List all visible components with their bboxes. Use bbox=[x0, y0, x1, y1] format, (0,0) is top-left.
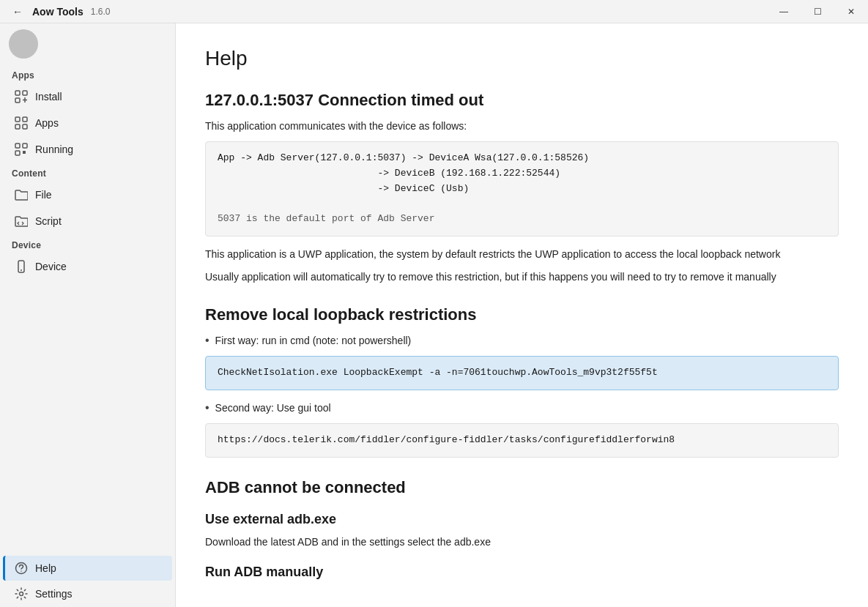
device-label: Device bbox=[35, 261, 67, 272]
question-icon bbox=[15, 562, 28, 575]
install-label: Install bbox=[35, 91, 62, 103]
svg-rect-7 bbox=[15, 124, 20, 129]
grid-icon bbox=[15, 116, 28, 130]
folder-icon bbox=[15, 188, 28, 201]
section4-title: Use external adb.exe bbox=[205, 512, 839, 527]
grid-plus-icon bbox=[15, 90, 28, 103]
help-label: Help bbox=[35, 562, 56, 574]
svg-rect-5 bbox=[15, 117, 20, 122]
maximize-button[interactable]: ☐ bbox=[801, 0, 834, 23]
file-label: File bbox=[35, 189, 52, 201]
sidebar-item-running[interactable]: Running bbox=[3, 137, 172, 162]
running-label: Running bbox=[35, 144, 73, 155]
settings-label: Settings bbox=[35, 588, 73, 600]
main-content: Help 127.0.0.1:5037 Connection timed out… bbox=[176, 23, 868, 607]
svg-point-17 bbox=[20, 592, 23, 596]
svg-rect-6 bbox=[23, 117, 27, 122]
sidebar-item-settings[interactable]: Settings bbox=[3, 581, 172, 606]
svg-point-16 bbox=[21, 570, 22, 572]
section3-title: ADB cannot be connected bbox=[205, 478, 839, 497]
code-block-3: https://docs.telerik.com/fiddler/configu… bbox=[205, 423, 839, 458]
sidebar: Apps Install bbox=[0, 23, 176, 607]
window-controls: — ☐ ✕ bbox=[767, 0, 868, 23]
section-label-apps: Apps bbox=[0, 64, 175, 83]
bullet-list-2: Second way: Use gui tool bbox=[205, 401, 839, 416]
section1-auto: Usually application will automatically t… bbox=[205, 269, 839, 285]
app-version: 1.6.0 bbox=[91, 7, 111, 17]
page-title: Help bbox=[205, 47, 839, 70]
svg-rect-9 bbox=[15, 144, 20, 148]
svg-rect-12 bbox=[23, 151, 26, 154]
svg-rect-0 bbox=[15, 91, 20, 95]
sidebar-item-apps[interactable]: Apps bbox=[3, 111, 172, 135]
section1-uwp: This application is a UWP application, t… bbox=[205, 247, 839, 262]
sidebar-item-script[interactable]: Script bbox=[3, 209, 172, 234]
section5-title: Run ADB manually bbox=[205, 565, 839, 580]
svg-rect-11 bbox=[15, 151, 20, 155]
close-button[interactable]: ✕ bbox=[834, 0, 868, 23]
sidebar-item-help[interactable]: Help bbox=[3, 556, 172, 581]
bullet-list-1: First way: run in cmd (note: not powersh… bbox=[205, 333, 839, 349]
sidebar-item-device[interactable]: Device bbox=[3, 254, 172, 279]
minimize-button[interactable]: — bbox=[767, 0, 801, 23]
svg-point-14 bbox=[21, 269, 22, 271]
bullet-item-1: First way: run in cmd (note: not powersh… bbox=[205, 333, 839, 349]
bottom-nav: Help Settings bbox=[0, 555, 175, 607]
svg-rect-2 bbox=[15, 98, 20, 103]
section-label-content: Content bbox=[0, 163, 175, 182]
sidebar-item-install[interactable]: Install bbox=[3, 84, 172, 109]
bullet2-text: Second way: Use gui tool bbox=[215, 401, 331, 416]
folder-script-icon bbox=[15, 215, 28, 228]
script-label: Script bbox=[35, 215, 62, 227]
code-block-2: CheckNetIsolation.exe LoopbackExempt -a … bbox=[205, 356, 839, 390]
section-label-device: Device bbox=[0, 234, 175, 253]
svg-rect-1 bbox=[23, 91, 27, 95]
bullet1-text: First way: run in cmd (note: not powersh… bbox=[215, 333, 412, 349]
section2-title: Remove local loopback restrictions bbox=[205, 305, 839, 324]
svg-rect-10 bbox=[23, 144, 27, 148]
phone-icon bbox=[15, 260, 28, 273]
code-block-1: App -> Adb Server(127.0.0.1:5037) -> Dev… bbox=[205, 141, 839, 237]
bullet-item-2: Second way: Use gui tool bbox=[205, 401, 839, 416]
running-icon bbox=[15, 143, 28, 156]
app-title: Aow Tools bbox=[32, 6, 84, 18]
sidebar-item-file[interactable]: File bbox=[3, 182, 172, 207]
apps-label: Apps bbox=[35, 117, 59, 129]
section4-desc: Download the latest ADB and in the setti… bbox=[205, 535, 839, 550]
title-bar: ← Aow Tools 1.6.0 — ☐ ✕ bbox=[0, 0, 868, 23]
gear-icon bbox=[15, 587, 28, 600]
back-button[interactable]: ← bbox=[9, 3, 26, 21]
avatar bbox=[9, 29, 38, 59]
section1-desc: This application communicates with the d… bbox=[205, 119, 839, 134]
svg-rect-8 bbox=[23, 124, 27, 129]
section1-title: 127.0.0.1:5037 Connection timed out bbox=[205, 91, 839, 110]
